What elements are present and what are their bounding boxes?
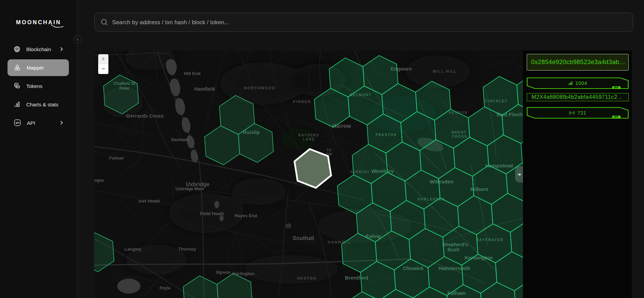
svg-text:Iver Heath: Iver Heath [139,198,160,204]
svg-text:Poges: Poges [94,178,104,183]
svg-text:Uxbridge Moor: Uxbridge Moor [176,187,205,191]
svg-text:Fulmer: Fulmer [109,155,124,161]
svg-text:API: API [15,122,19,124]
svg-text:LANE: LANE [303,137,315,141]
svg-text:Hayes End: Hayes End [235,213,257,218]
svg-text:Pield Heath: Pield Heath [200,211,224,216]
svg-text:Southall: Southall [293,235,314,241]
svg-text:Poyle: Poyle [160,286,170,290]
svg-text:Sipson: Sipson [216,270,230,275]
svg-text:TH: TH [326,148,331,152]
svg-text:Harefield: Harefield [194,86,215,92]
svg-text:NORTHWOOD: NORTHWOOD [244,86,276,90]
svg-text:Langley: Langley [124,247,141,252]
svg-text:MILL HILL: MILL HILL [433,69,457,73]
svg-text:RAYNERS: RAYNERS [298,133,319,137]
svg-text:Denham: Denham [171,137,189,142]
svg-text:MOONCHAIN: MOONCHAIN [16,19,61,25]
svg-text:PINNER: PINNER [293,100,311,104]
svg-text:Thorney: Thorney [178,247,196,252]
svg-text:HESTON: HESTON [297,276,317,280]
svg-text:Gerrards Cross: Gerrards Cross [126,113,164,119]
svg-text:Hill End: Hill End [184,71,200,76]
